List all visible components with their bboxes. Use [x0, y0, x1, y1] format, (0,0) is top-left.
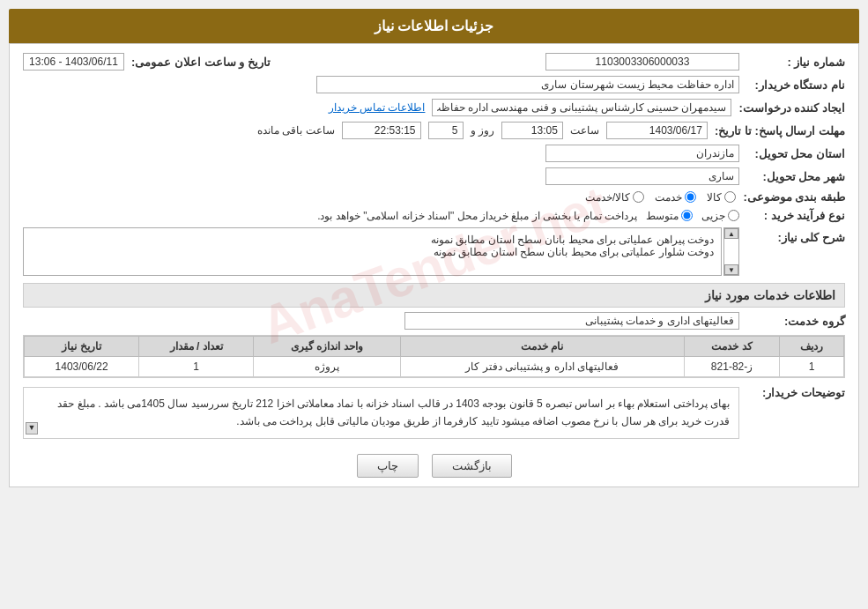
tozihat-scroll-btn[interactable]: ▼: [26, 422, 38, 434]
tozihat-text: بهای پرداختی استعلام بهاء بر اساس تبصره …: [57, 397, 730, 427]
ostan-input[interactable]: [545, 145, 739, 162]
cell-tedad: 1: [139, 357, 254, 377]
ostan-row: استان محل تحویل:: [23, 145, 845, 162]
farayand-jozi-radio[interactable]: [728, 210, 739, 221]
farayand-row: نوع فرآیند خرید : جزیی متوسط پرداخت تمام…: [23, 209, 845, 222]
shahr-row: شهر محل تحویل:: [23, 167, 845, 185]
sharh-line-1: دوخت پیراهن عملیاتی برای محیط بانان سطح …: [31, 234, 714, 246]
col-radif: ردیف: [780, 337, 844, 357]
col-tarikh: تاریخ نیاز: [25, 337, 139, 357]
tozihat-row: توضیحات خریدار: بهای پرداختی استعلام بها…: [23, 382, 845, 443]
group-input[interactable]: [404, 312, 739, 330]
tabaqeh-kala-khadamat-item: کالا/خدمت: [585, 191, 644, 204]
cell-tarikh: 1403/06/22: [25, 357, 139, 377]
tabaqeh-kala-khadamat-label: کالا/خدمت: [585, 191, 630, 204]
tabaqeh-row: طبقه بندی موضوعی: کالا خدمت کالا/خدمت: [23, 190, 845, 204]
farayand-motavaset-label: متوسط: [646, 210, 679, 222]
col-tedad: تعداد / مقدار: [139, 337, 254, 357]
tabaqeh-radio-group: کالا خدمت کالا/خدمت: [585, 191, 736, 204]
tarikh-input[interactable]: [23, 53, 124, 71]
shomare-row: شماره نیاز : تاریخ و ساعت اعلان عمومی:: [23, 53, 845, 71]
dastesgah-label: نام دستگاه خریدار:: [739, 78, 845, 92]
tozihat-label: توضیحات خریدار:: [739, 382, 845, 399]
services-table-container: ردیف کد خدمت نام خدمت واحد اندازه گیری ت…: [23, 335, 845, 378]
col-vahed: واحد اندازه گیری: [254, 337, 401, 357]
khadamat-section-header: اطلاعات خدمات مورد نیاز: [23, 283, 845, 308]
mohlat-mande-input[interactable]: [342, 122, 421, 139]
tabaqeh-khadamat-label: خدمت: [655, 191, 682, 204]
tabaqeh-khadamat-radio[interactable]: [685, 191, 696, 203]
col-name: نام خدمت: [400, 337, 684, 357]
tarikh-label: تاریخ و ساعت اعلان عمومی:: [124, 56, 271, 69]
farayand-motavaset-item: متوسط: [646, 210, 693, 222]
tabaqeh-kala-radio[interactable]: [724, 191, 736, 203]
scroll-up-btn[interactable]: ▲: [724, 228, 738, 239]
farayand-note: پرداخت تمام یا بخشی از مبلغ خریداز محل "…: [317, 210, 637, 222]
cell-kod: ز-82-821: [684, 357, 780, 377]
mande-label: ساعت باقی مانده: [257, 124, 335, 137]
mohlat-rooz-input[interactable]: [428, 122, 464, 139]
tozihat-content: بهای پرداختی استعلام بهاء بر اساس تبصره …: [23, 387, 739, 439]
tabaqeh-kala-label: کالا: [707, 191, 722, 204]
group-label: گروه خدمت:: [739, 315, 845, 328]
print-button[interactable]: چاپ: [357, 454, 419, 478]
back-button[interactable]: بازگشت: [432, 454, 512, 478]
sharh-content: دوخت پیراهن عملیاتی برای محیط بانان سطح …: [23, 227, 722, 276]
sharh-row: شرح کلی نیاز: ▲ ▼ دوخت پیراهن عملیاتی بر…: [23, 227, 845, 276]
ijad-link[interactable]: اطلاعات تماس خریدار: [329, 101, 426, 114]
mohlat-saat-input[interactable]: [501, 122, 563, 139]
ijad-input[interactable]: [432, 99, 731, 116]
sharh-line-2: دوخت شلوار عملیاتی برای محیط بانان سطح ا…: [31, 246, 714, 258]
saat-label: ساعت: [570, 124, 599, 137]
shomare-label: شماره نیاز :: [739, 56, 845, 69]
shahr-input[interactable]: [545, 167, 739, 185]
col-kod: کد خدمت: [684, 337, 780, 357]
ostan-label: استان محل تحویل:: [739, 147, 845, 160]
ijad-label: ایجاد کننده درخواست:: [731, 101, 845, 115]
farayand-motavaset-radio[interactable]: [681, 210, 693, 221]
cell-name: فعالیتهای اداره و پشتیبانی دفتر کار: [400, 357, 684, 377]
mohlat-label: مهلت ارسال پاسخ: تا تاریخ:: [708, 124, 845, 137]
ijad-row: ایجاد کننده درخواست: اطلاعات تماس خریدار: [23, 99, 845, 116]
services-table: ردیف کد خدمت نام خدمت واحد اندازه گیری ت…: [24, 336, 844, 377]
mohlat-row: مهلت ارسال پاسخ: تا تاریخ: ساعت روز و سا…: [23, 122, 845, 139]
farayand-label: نوع فرآیند خرید :: [739, 209, 845, 222]
group-row: گروه خدمت:: [23, 312, 845, 330]
buttons-row: بازگشت چاپ: [23, 454, 845, 478]
sharh-label: شرح کلی نیاز:: [739, 227, 845, 244]
farayand-jozi-label: جزیی: [701, 210, 725, 222]
shahr-label: شهر محل تحویل:: [739, 170, 845, 183]
mohlat-date-input[interactable]: [606, 122, 708, 139]
shomare-input[interactable]: [545, 53, 739, 71]
dastesgah-row: نام دستگاه خریدار:: [23, 76, 845, 93]
tabaqeh-kala-item: کالا: [707, 191, 736, 204]
tabaqeh-label: طبقه بندی موضوعی:: [736, 190, 845, 204]
rooz-label: روز و: [471, 124, 494, 137]
farayand-jozi-item: جزیی: [701, 210, 739, 222]
table-row: 1ز-82-821فعالیتهای اداره و پشتیبانی دفتر…: [25, 357, 844, 377]
tabaqeh-khadamat-item: خدمت: [655, 191, 696, 204]
page-title: جزئیات اطلاعات نیاز: [9, 9, 859, 43]
scroll-down-btn[interactable]: ▼: [724, 264, 738, 275]
cell-vahed: پروژه: [254, 357, 401, 377]
dastesgah-input[interactable]: [316, 76, 739, 93]
cell-radif: 1: [780, 357, 844, 377]
sharh-scrollbar[interactable]: ▲ ▼: [723, 227, 739, 276]
tabaqeh-kala-khadamat-radio[interactable]: [633, 191, 644, 203]
farayand-process-row: جزیی متوسط پرداخت تمام یا بخشی از مبلغ خ…: [317, 210, 739, 222]
